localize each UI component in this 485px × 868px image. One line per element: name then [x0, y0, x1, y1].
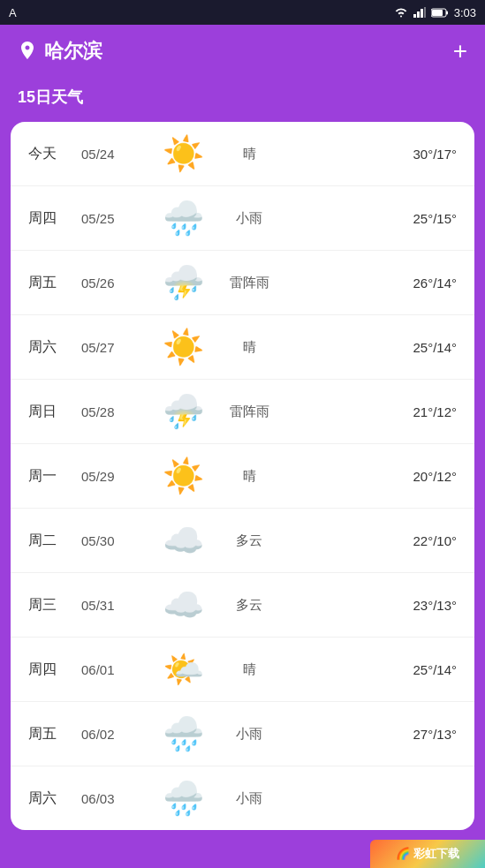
- weather-icon: ☀️: [152, 134, 214, 173]
- date-label: 05/31: [81, 598, 152, 613]
- date-label: 05/27: [81, 340, 152, 355]
- watermark-text: 🌈 彩虹下载: [396, 846, 459, 862]
- weather-row: 周日 05/28 ⛈️ 雷阵雨 21°/12°: [11, 380, 474, 444]
- temp-range: 26°/14°: [284, 275, 457, 291]
- weather-desc: 晴: [214, 661, 284, 678]
- date-label: 06/03: [81, 791, 152, 806]
- svg-rect-1: [417, 11, 420, 18]
- date-label: 05/30: [81, 533, 152, 548]
- weather-desc: 多云: [214, 597, 284, 614]
- weather-row: 周五 06/02 🌧️ 小雨 27°/13°: [11, 702, 474, 766]
- temp-range: 30°/17°: [284, 147, 457, 162]
- weather-card: 今天 05/24 ☀️ 晴 30°/17° 周四 05/25 🌧️ 小雨 25°…: [11, 122, 474, 830]
- weather-row: 今天 05/24 ☀️ 晴 30°/17°: [11, 122, 474, 186]
- weather-icon: ☀️: [152, 457, 214, 495]
- day-label: 今天: [28, 145, 81, 163]
- weather-row: 周四 06/01 🌤️ 晴 25°/14°: [11, 638, 474, 702]
- weather-icon: 🌧️: [152, 714, 214, 753]
- weather-row: 周二 05/30 ☁️ 多云 22°/10°: [11, 509, 474, 573]
- watermark: 🌈 彩虹下载: [370, 840, 485, 868]
- date-label: 05/24: [81, 147, 152, 162]
- status-bar: A 3:03: [0, 0, 485, 25]
- weather-row: 周三 05/31 ☁️ 多云 23°/13°: [11, 573, 474, 638]
- carrier-label: A: [9, 6, 17, 19]
- temp-range: 25°/15°: [284, 211, 457, 226]
- date-label: 05/29: [81, 469, 152, 484]
- status-right: 3:03: [394, 6, 476, 19]
- weather-icon: 🌤️: [152, 650, 214, 689]
- weather-desc: 晴: [214, 339, 284, 356]
- day-label: 周四: [28, 209, 81, 228]
- weather-desc: 小雨: [214, 726, 284, 743]
- date-label: 06/01: [81, 662, 152, 677]
- day-label: 周六: [28, 338, 81, 357]
- svg-rect-5: [432, 10, 443, 16]
- svg-rect-0: [413, 14, 416, 18]
- weather-row: 周四 05/25 🌧️ 小雨 25°/15°: [11, 186, 474, 251]
- weather-icon: ☀️: [152, 328, 214, 366]
- temp-range: 25°/14°: [284, 662, 457, 677]
- day-label: 周日: [28, 403, 81, 421]
- section-title: 15日天气: [0, 78, 485, 122]
- weather-icon: 🌧️: [152, 199, 214, 238]
- weather-row: 周一 05/29 ☀️ 晴 20°/12°: [11, 444, 474, 509]
- temp-range: 21°/12°: [284, 404, 457, 419]
- location-display: 哈尔滨: [18, 38, 102, 64]
- app-header: 哈尔滨 +: [0, 25, 485, 78]
- city-name: 哈尔滨: [44, 38, 102, 64]
- weather-icon: ☁️: [152, 585, 214, 624]
- temp-range: 22°/10°: [284, 533, 457, 548]
- day-label: 周一: [28, 467, 81, 486]
- weather-desc: 小雨: [214, 210, 284, 227]
- svg-rect-6: [446, 11, 448, 14]
- wifi-icon: [394, 7, 408, 18]
- date-label: 05/28: [81, 404, 152, 419]
- weather-desc: 多云: [214, 532, 284, 549]
- weather-row: 周五 05/26 ⛈️ 雷阵雨 26°/14°: [11, 251, 474, 315]
- weather-desc: 晴: [214, 468, 284, 485]
- weather-icon: ⛈️: [152, 392, 214, 431]
- svg-rect-2: [421, 9, 423, 18]
- location-pin-icon: [18, 42, 37, 61]
- status-carrier: A: [9, 6, 17, 19]
- day-label: 周五: [28, 274, 81, 292]
- day-label: 周四: [28, 660, 81, 679]
- weather-row: 周六 05/27 ☀️ 晴 25°/14°: [11, 315, 474, 380]
- svg-rect-3: [424, 7, 426, 18]
- temp-range: 27°/13°: [284, 727, 457, 742]
- weather-desc: 雷阵雨: [214, 275, 284, 291]
- weather-icon: ☁️: [152, 521, 214, 560]
- day-label: 周五: [28, 725, 81, 743]
- signal-icon: [413, 7, 426, 18]
- weather-row: 周六 06/03 🌧️ 小雨: [11, 766, 474, 830]
- day-label: 周六: [28, 789, 81, 808]
- battery-icon: [431, 8, 449, 18]
- add-city-button[interactable]: +: [453, 37, 467, 65]
- temp-range: 23°/13°: [284, 598, 457, 613]
- weather-desc: 雷阵雨: [214, 404, 284, 420]
- weather-icon: ⛈️: [152, 263, 214, 302]
- temp-range: 25°/14°: [284, 340, 457, 355]
- date-label: 06/02: [81, 727, 152, 742]
- weather-desc: 晴: [214, 146, 284, 162]
- day-label: 周二: [28, 532, 81, 550]
- date-label: 05/25: [81, 211, 152, 226]
- weather-desc: 小雨: [214, 790, 284, 807]
- weather-icon: 🌧️: [152, 779, 214, 818]
- time-display: 3:03: [454, 6, 476, 19]
- date-label: 05/26: [81, 275, 152, 291]
- day-label: 周三: [28, 596, 81, 615]
- temp-range: 20°/12°: [284, 469, 457, 484]
